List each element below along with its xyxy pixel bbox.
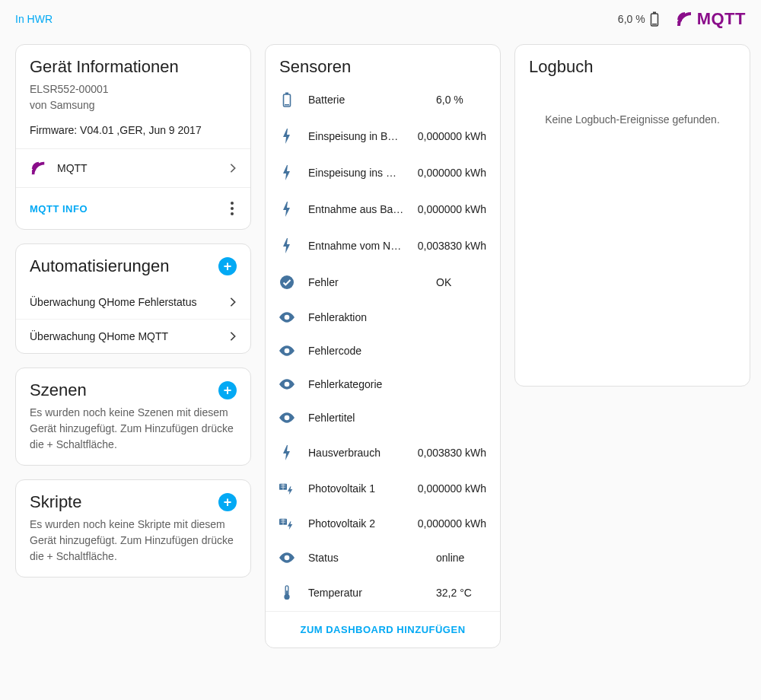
temp-icon — [279, 585, 295, 600]
sensor-value: OK — [436, 276, 451, 288]
sensor-row[interactable]: Entnahme vom Netz0,003830 kWh — [266, 228, 500, 264]
svg-point-6 — [280, 275, 294, 289]
sensor-name: Fehlercode — [308, 345, 422, 357]
device-firmware: Firmware: V04.01 ,GER, Jun 9 2017 — [30, 124, 237, 136]
chevron-right-icon — [229, 163, 237, 173]
automation-item[interactable]: Überwachung QHome Fehlerstatus — [16, 285, 250, 319]
more-menu-button[interactable] — [228, 199, 237, 218]
mqtt-logo: MQTT — [674, 9, 746, 29]
sensor-value: 32,2 °C — [436, 587, 472, 599]
battery-percent-label: 6,0 % — [618, 13, 645, 25]
sensor-row[interactable]: Einspeisung ins Netz0,000000 kWh — [266, 154, 500, 191]
eye-icon — [279, 345, 295, 356]
automations-card: Automatisierungen + Überwachung QHome Fe… — [15, 243, 251, 354]
sensor-value: 0,000000 kWh — [418, 482, 486, 495]
logbook-card: Logbuch Keine Logbuch-Ereignisse gefunde… — [514, 44, 750, 387]
sensor-row[interactable]: Hausverbrauch0,003830 kWh — [266, 434, 500, 471]
scripts-empty-text: Es wurden noch keine Skripte mit diesem … — [16, 517, 250, 577]
sensor-row[interactable]: Photovoltaik 20,000000 kWh — [266, 506, 500, 541]
mqtt-icon — [674, 10, 694, 28]
svg-rect-11 — [286, 590, 288, 596]
logbook-empty-text: Keine Logbuch-Ereignisse gefunden. — [515, 91, 750, 156]
sensor-row[interactable]: Fehlerkategorie — [266, 368, 500, 401]
solar-icon — [279, 482, 295, 495]
sensor-row[interactable]: Fehlertitel — [266, 401, 500, 434]
flash-icon — [279, 129, 295, 144]
sensor-value: 0,000000 kWh — [418, 167, 486, 179]
sensor-row[interactable]: Statusonline — [266, 541, 500, 574]
automation-item-label: Überwachung QHome Fehlerstatus — [30, 296, 196, 308]
device-info-card: Gerät Informationen ELSR552-00001 von Sa… — [15, 44, 251, 230]
logbook-title: Logbuch — [529, 57, 736, 77]
sensor-name: Fehlerkategorie — [308, 378, 422, 390]
sensor-row[interactable]: FehlerOK — [266, 264, 500, 301]
sensor-name: Fehler — [308, 276, 422, 288]
sensor-row[interactable]: Fehleraktion — [266, 301, 500, 334]
automation-item[interactable]: Überwachung QHome MQTT — [16, 319, 250, 353]
svg-rect-4 — [285, 93, 288, 95]
chevron-right-icon — [229, 331, 237, 342]
mqtt-logo-text: MQTT — [697, 9, 746, 29]
sensor-name: Hausverbrauch — [308, 447, 404, 459]
sensor-row[interactable]: Batterie6,0 % — [266, 81, 500, 118]
scenes-title: Szenen — [30, 380, 87, 400]
sensor-name: Einspeisung in Batte… — [308, 130, 404, 142]
battery-icon — [650, 11, 659, 27]
add-to-dashboard-button[interactable]: ZUM DASHBOARD HINZUFÜGEN — [266, 611, 500, 648]
svg-rect-1 — [653, 12, 656, 14]
sensor-name: Entnahme aus Batte… — [308, 203, 404, 215]
add-automation-button[interactable]: + — [218, 257, 237, 275]
solar-icon — [279, 517, 295, 530]
eye-icon — [279, 412, 295, 423]
scenes-empty-text: Es wurden noch keine Szenen mit diesem G… — [16, 405, 250, 465]
sensor-row[interactable]: Einspeisung in Batte…0,000000 kWh — [266, 118, 500, 154]
eye-icon — [279, 552, 295, 563]
flash-icon — [279, 445, 295, 460]
check-icon — [279, 275, 295, 290]
svg-rect-5 — [285, 104, 289, 106]
sensor-row[interactable]: Photovoltaik 10,000000 kWh — [266, 471, 500, 506]
flash-icon — [279, 238, 295, 253]
scripts-card: Skripte + Es wurden noch keine Skripte m… — [15, 479, 251, 578]
battery-status: 6,0 % — [618, 11, 659, 27]
sensor-name: Fehlertitel — [308, 412, 422, 424]
breadcrumb[interactable]: In HWR — [15, 13, 53, 25]
device-vendor: von Samsung — [30, 97, 237, 113]
sensor-name: Batterie — [308, 94, 422, 106]
flash-icon — [279, 202, 295, 217]
sensor-name: Photovoltaik 1 — [308, 482, 404, 495]
sensor-name: Temperatur — [308, 587, 422, 599]
chevron-right-icon — [229, 297, 237, 307]
mqtt-info-button[interactable]: MQTT INFO — [30, 203, 88, 215]
device-model: ELSR552-00001 — [30, 81, 237, 97]
sensor-name: Photovoltaik 2 — [308, 517, 404, 530]
sensor-name: Einspeisung ins Netz — [308, 167, 404, 179]
automations-title: Automatisierungen — [30, 256, 169, 276]
flash-icon — [279, 165, 295, 180]
sensor-name: Fehleraktion — [308, 311, 422, 323]
sensor-row[interactable]: Fehlercode — [266, 334, 500, 368]
add-script-button[interactable]: + — [218, 493, 237, 511]
svg-rect-2 — [652, 24, 657, 25]
sensor-name: Entnahme vom Netz — [308, 240, 404, 252]
device-info-title: Gerät Informationen — [30, 57, 237, 77]
sensors-title: Sensoren — [279, 57, 486, 77]
sensor-row[interactable]: Entnahme aus Batte…0,000000 kWh — [266, 191, 500, 228]
sensor-name: Status — [308, 552, 422, 564]
sensor-value: 0,003830 kWh — [418, 447, 486, 459]
sensor-value: 0,003830 kWh — [418, 240, 486, 252]
integration-label: MQTT — [57, 162, 218, 174]
scenes-card: Szenen + Es wurden noch keine Szenen mit… — [15, 368, 251, 466]
battery-icon — [279, 92, 295, 107]
scripts-title: Skripte — [30, 492, 81, 512]
sensor-value: 0,000000 kWh — [418, 517, 486, 530]
add-scene-button[interactable]: + — [218, 381, 237, 399]
sensor-value: 0,000000 kWh — [418, 203, 486, 215]
sensor-value: 6,0 % — [436, 94, 463, 106]
mqtt-icon — [30, 160, 46, 177]
sensor-value: online — [436, 552, 464, 564]
integration-row[interactable]: MQTT — [16, 148, 250, 187]
sensors-card: Sensoren Batterie6,0 %Einspeisung in Bat… — [265, 44, 501, 648]
sensor-row[interactable]: Temperatur32,2 °C — [266, 574, 500, 611]
sensor-value: 0,000000 kWh — [418, 130, 486, 142]
